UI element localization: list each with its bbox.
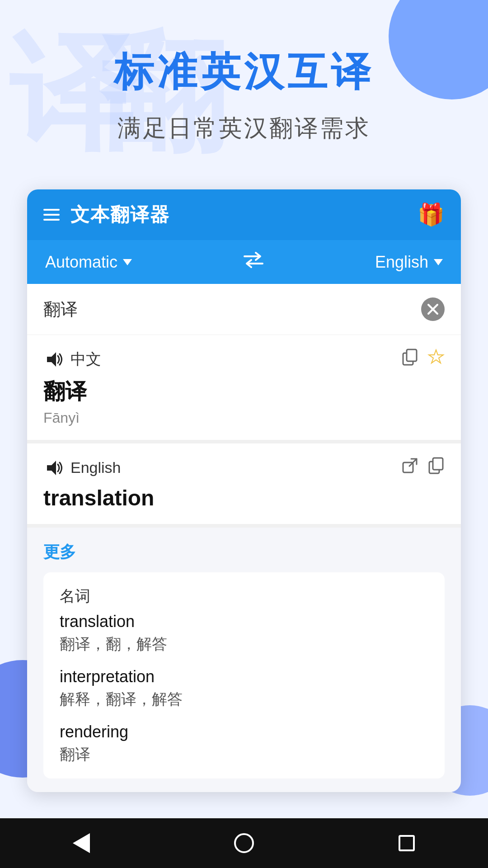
menu-button[interactable]	[43, 209, 60, 221]
chinese-result-actions	[401, 349, 445, 370]
svg-marker-2	[47, 352, 56, 367]
more-title: 更多	[43, 541, 445, 563]
swap-language-button[interactable]	[242, 251, 265, 273]
hero-subtitle: 满足日常英汉翻译需求	[27, 113, 461, 144]
source-language-button[interactable]: Automatic	[45, 253, 132, 272]
toolbar-left: 文本翻译器	[43, 202, 170, 227]
english-result-card: English translation	[27, 443, 461, 528]
svg-rect-4	[407, 349, 417, 361]
gift-icon[interactable]: 🎁	[418, 202, 445, 227]
input-text: 翻译	[43, 298, 421, 321]
nav-back-icon	[73, 833, 90, 853]
english-result-header: English	[43, 457, 445, 478]
chinese-result-card: 中文 翻译 Fānyì	[27, 335, 461, 443]
nav-home-icon	[234, 833, 254, 853]
svg-marker-5	[429, 350, 443, 363]
chinese-result-pinyin: Fānyì	[43, 410, 445, 426]
english-speaker-icon[interactable]	[43, 458, 63, 478]
target-language-label: English	[375, 253, 428, 272]
pos-label: 名词	[60, 586, 428, 607]
target-language-dropdown-arrow	[434, 259, 443, 265]
more-section: 更多 名词 translation 翻译，翻，解答 interpretation…	[27, 528, 461, 792]
word-en-0: translation	[60, 612, 428, 631]
clear-button[interactable]	[421, 297, 445, 321]
copy-chinese-button[interactable]	[401, 349, 418, 370]
nav-home-button[interactable]	[226, 825, 262, 861]
hamburger-line-2	[43, 214, 60, 216]
word-en-1: interpretation	[60, 667, 428, 686]
hero-title: 标准英汉互译	[27, 45, 461, 99]
external-link-button[interactable]	[401, 457, 418, 478]
english-lang-label: English	[70, 459, 121, 476]
favorite-chinese-button[interactable]	[427, 349, 445, 370]
word-entry-1: interpretation 解释，翻译，解答	[60, 667, 428, 710]
nav-recent-button[interactable]	[389, 825, 425, 861]
word-entry-0: translation 翻译，翻，解答	[60, 612, 428, 655]
svg-marker-6	[47, 461, 56, 475]
source-language-dropdown-arrow	[123, 259, 132, 265]
word-en-2: rendering	[60, 722, 428, 741]
english-result-actions	[401, 457, 445, 478]
english-lang-info: English	[43, 458, 121, 478]
word-cn-1: 解释，翻译，解答	[60, 689, 428, 710]
source-language-label: Automatic	[45, 253, 117, 272]
chinese-result-word: 翻译	[43, 377, 445, 406]
app-toolbar: 文本翻译器 🎁	[27, 189, 461, 240]
language-selector: Automatic English	[27, 240, 461, 284]
hamburger-line-1	[43, 209, 60, 211]
hamburger-line-3	[43, 219, 60, 221]
word-entry-2: rendering 翻译	[60, 722, 428, 765]
chinese-speaker-icon[interactable]	[43, 349, 63, 369]
app-card: 文本翻译器 🎁 Automatic English 翻译	[27, 189, 461, 792]
target-language-button[interactable]: English	[375, 253, 443, 272]
svg-rect-10	[433, 458, 443, 470]
more-content: 名词 translation 翻译，翻，解答 interpretation 解释…	[43, 572, 445, 778]
nav-back-button[interactable]	[63, 825, 99, 861]
copy-english-button[interactable]	[427, 457, 445, 478]
input-area[interactable]: 翻译	[27, 284, 461, 335]
toolbar-title: 文本翻译器	[70, 202, 170, 227]
hero-section: 标准英汉互译 满足日常英汉翻译需求	[0, 0, 488, 171]
english-result-word: translation	[43, 486, 445, 510]
nav-recent-icon	[399, 835, 415, 851]
bottom-nav	[0, 818, 488, 868]
word-cn-2: 翻译	[60, 744, 428, 765]
chinese-result-header: 中文	[43, 349, 445, 370]
word-cn-0: 翻译，翻，解答	[60, 634, 428, 655]
chinese-lang-label: 中文	[70, 349, 101, 370]
chinese-lang-info: 中文	[43, 349, 101, 370]
